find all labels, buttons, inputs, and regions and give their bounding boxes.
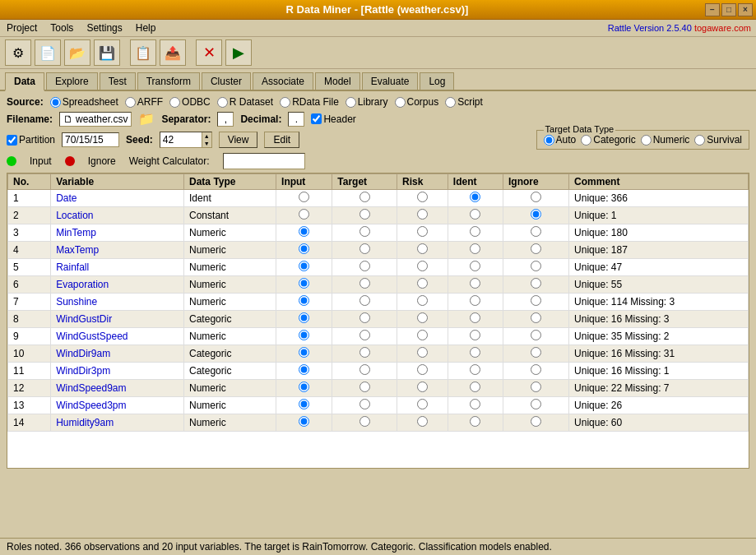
menu-settings[interactable]: Settings: [85, 21, 123, 35]
cell-variable[interactable]: WindSpeed9am: [51, 380, 184, 397]
tdt-survival[interactable]: Survival: [694, 134, 742, 146]
cell-ident[interactable]: [448, 294, 503, 311]
header-checkbox-label[interactable]: Header: [311, 113, 355, 125]
cell-input[interactable]: [276, 276, 332, 294]
source-corpus[interactable]: Corpus: [395, 96, 439, 108]
cell-ident[interactable]: [448, 397, 503, 414]
cell-input[interactable]: [276, 207, 332, 224]
cell-ident[interactable]: [448, 328, 503, 345]
seed-input[interactable]: [160, 132, 202, 147]
cell-risk[interactable]: [397, 345, 448, 363]
cell-input[interactable]: [276, 380, 332, 397]
cell-ignore[interactable]: [503, 345, 569, 363]
cell-risk[interactable]: [397, 259, 448, 276]
cell-ignore[interactable]: [503, 259, 569, 276]
source-script[interactable]: Script: [445, 96, 483, 108]
cell-input[interactable]: [276, 190, 332, 207]
cell-risk[interactable]: [397, 190, 448, 207]
maximize-button[interactable]: □: [721, 3, 736, 16]
cell-ident[interactable]: [448, 259, 503, 276]
source-odbc[interactable]: ODBC: [169, 96, 211, 108]
cell-ident[interactable]: [448, 242, 503, 259]
cell-target[interactable]: [332, 328, 397, 345]
tdt-numeric[interactable]: Numeric: [641, 134, 690, 146]
cell-ignore[interactable]: [503, 276, 569, 294]
cell-ident[interactable]: [448, 207, 503, 224]
open-button[interactable]: 📂: [64, 39, 90, 66]
cell-variable[interactable]: Evaporation: [51, 276, 184, 294]
cell-target[interactable]: [332, 242, 397, 259]
cell-input[interactable]: [276, 414, 332, 432]
cell-ignore[interactable]: [503, 190, 569, 207]
cell-target[interactable]: [332, 380, 397, 397]
cell-target[interactable]: [332, 311, 397, 328]
cell-input[interactable]: [276, 397, 332, 414]
new-button[interactable]: 📄: [35, 39, 61, 66]
cell-ignore[interactable]: [503, 294, 569, 311]
cell-risk[interactable]: [397, 328, 448, 345]
cell-target[interactable]: [332, 414, 397, 432]
decimal-input[interactable]: [288, 112, 304, 127]
close-button[interactable]: ×: [738, 3, 753, 16]
cell-ignore[interactable]: [503, 224, 569, 242]
cell-risk[interactable]: [397, 311, 448, 328]
cell-variable[interactable]: WindGustDir: [51, 311, 184, 328]
cell-ident[interactable]: [448, 380, 503, 397]
cell-risk[interactable]: [397, 363, 448, 380]
tab-explore[interactable]: Explore: [46, 72, 98, 90]
tab-model[interactable]: Model: [315, 72, 360, 90]
cell-ident[interactable]: [448, 224, 503, 242]
cell-ident[interactable]: [448, 363, 503, 380]
cell-variable[interactable]: WindDir3pm: [51, 363, 184, 380]
partition-checkbox-label[interactable]: Partition: [7, 134, 55, 146]
seed-arrows[interactable]: ▲ ▼: [202, 132, 211, 147]
cell-target[interactable]: [332, 207, 397, 224]
tab-test[interactable]: Test: [100, 72, 136, 90]
cell-input[interactable]: [276, 363, 332, 380]
view-button[interactable]: View: [219, 132, 258, 148]
cell-target[interactable]: [332, 397, 397, 414]
cell-input[interactable]: [276, 242, 332, 259]
tab-evaluate[interactable]: Evaluate: [362, 72, 419, 90]
seed-up[interactable]: ▲: [202, 132, 211, 140]
window-controls[interactable]: − □ ×: [705, 3, 756, 16]
cell-variable[interactable]: Rainfall: [51, 259, 184, 276]
source-arff[interactable]: ARFF: [125, 96, 163, 108]
separator-input[interactable]: [217, 112, 234, 127]
cell-target[interactable]: [332, 224, 397, 242]
cell-risk[interactable]: [397, 224, 448, 242]
header-checkbox[interactable]: [311, 113, 322, 124]
cell-target[interactable]: [332, 345, 397, 363]
save-button[interactable]: 💾: [94, 39, 120, 66]
cell-variable[interactable]: WindSpeed3pm: [51, 397, 184, 414]
cell-input[interactable]: [276, 294, 332, 311]
tab-data[interactable]: Data: [5, 72, 44, 91]
tab-log[interactable]: Log: [420, 72, 454, 90]
cell-variable[interactable]: Sunshine: [51, 294, 184, 311]
partition-checkbox[interactable]: [7, 135, 17, 146]
cell-variable[interactable]: MaxTemp: [51, 242, 184, 259]
cell-variable[interactable]: Humidity9am: [51, 414, 184, 432]
cell-input[interactable]: [276, 224, 332, 242]
report-button[interactable]: 📋: [130, 39, 156, 66]
cell-variable[interactable]: MinTemp: [51, 224, 184, 242]
cell-risk[interactable]: [397, 207, 448, 224]
stop-button[interactable]: ✕: [196, 39, 222, 66]
cell-risk[interactable]: [397, 380, 448, 397]
cell-ignore[interactable]: [503, 328, 569, 345]
tab-cluster[interactable]: Cluster: [202, 72, 251, 90]
cell-variable[interactable]: Location: [51, 207, 184, 224]
source-spreadsheet[interactable]: Spreadsheet: [50, 96, 118, 108]
source-rdataset[interactable]: R Dataset: [217, 96, 273, 108]
menu-project[interactable]: Project: [5, 21, 39, 35]
cell-ignore[interactable]: [503, 311, 569, 328]
cell-ignore[interactable]: [503, 242, 569, 259]
source-library[interactable]: Library: [346, 96, 388, 108]
export-button[interactable]: 📤: [160, 39, 186, 66]
menu-tools[interactable]: Tools: [49, 21, 75, 35]
cell-ignore[interactable]: [503, 397, 569, 414]
togaware-link[interactable]: togaware.com: [694, 23, 751, 33]
cell-variable[interactable]: Date: [51, 190, 184, 207]
edit-button[interactable]: Edit: [264, 132, 299, 148]
cell-ident[interactable]: [448, 345, 503, 363]
